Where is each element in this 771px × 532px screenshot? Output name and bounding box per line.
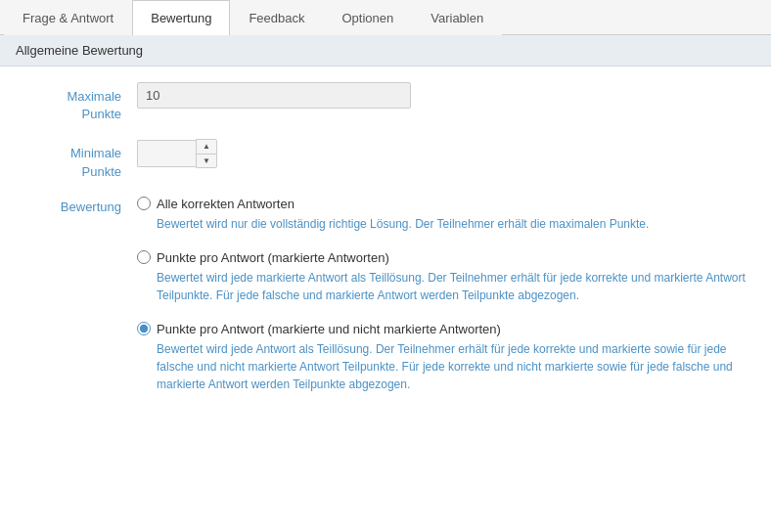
maximale-punkte-input[interactable] <box>137 82 411 109</box>
minimale-punkte-spinner: ▲ ▼ <box>137 139 751 168</box>
radio-text-punkte-alle: Punkte pro Antwort (markierte und nicht … <box>157 322 501 336</box>
spinner-up-button[interactable]: ▲ <box>197 140 216 154</box>
minimale-punkte-row: MinimalePunkte ▲ ▼ <box>20 139 751 180</box>
radio-desc-alle-korrekt: Bewertet wird nur die vollständig richti… <box>157 215 751 233</box>
minimale-punkte-control: ▲ ▼ <box>137 139 751 168</box>
section-title: Allgemeine Bewertung <box>16 43 143 58</box>
radio-text-punkte-markiert: Punkte pro Antwort (markierte Antworten) <box>157 250 389 265</box>
tab-frage-antwort[interactable]: Frage & Antwort <box>4 0 132 35</box>
bewertung-label: Bewertung <box>20 197 137 216</box>
radio-option-alle-korrekt: Alle korrekten Antworten Bewertet wird n… <box>137 197 751 233</box>
radio-input-punkte-markiert[interactable] <box>137 250 151 264</box>
bewertung-row: Bewertung Alle korrekten Antworten Bewer… <box>20 197 751 393</box>
radio-text-alle-korrekt: Alle korrekten Antworten <box>157 197 295 211</box>
radio-label-alle-korrekt[interactable]: Alle korrekten Antworten <box>137 197 751 211</box>
section-header: Allgemeine Bewertung <box>0 35 771 66</box>
tab-bewertung[interactable]: Bewertung <box>132 0 230 35</box>
radio-label-punkte-alle[interactable]: Punkte pro Antwort (markierte und nicht … <box>137 322 751 336</box>
tab-variablen[interactable]: Variablen <box>412 0 502 35</box>
spinner-down-button[interactable]: ▼ <box>197 154 216 167</box>
radio-input-punkte-alle[interactable] <box>137 322 151 335</box>
tab-optionen[interactable]: Optionen <box>323 0 412 35</box>
maximale-punkte-row: MaximalePunkte <box>20 82 751 123</box>
minimale-punkte-input[interactable] <box>137 140 196 167</box>
radio-option-punkte-alle: Punkte pro Antwort (markierte und nicht … <box>137 322 751 393</box>
form-area: MaximalePunkte MinimalePunkte ▲ ▼ Bewert… <box>0 66 771 424</box>
maximale-punkte-control <box>137 82 751 109</box>
maximale-punkte-label: MaximalePunkte <box>20 82 137 123</box>
tab-feedback[interactable]: Feedback <box>230 0 323 35</box>
radio-desc-punkte-markiert: Bewertet wird jede markierte Antwort als… <box>157 269 751 304</box>
bewertung-options: Alle korrekten Antworten Bewertet wird n… <box>137 197 751 393</box>
radio-input-alle-korrekt[interactable] <box>137 197 151 210</box>
minimale-punkte-label: MinimalePunkte <box>20 139 137 180</box>
content-area: Allgemeine Bewertung MaximalePunkte Mini… <box>0 35 771 424</box>
radio-option-punkte-markiert: Punkte pro Antwort (markierte Antworten)… <box>137 250 751 304</box>
tab-bar: Frage & Antwort Bewertung Feedback Optio… <box>0 0 771 35</box>
radio-label-punkte-markiert[interactable]: Punkte pro Antwort (markierte Antworten) <box>137 250 751 265</box>
radio-desc-punkte-alle: Bewertet wird jede Antwort als Teillösun… <box>157 340 751 393</box>
spinner-buttons: ▲ ▼ <box>196 139 217 168</box>
